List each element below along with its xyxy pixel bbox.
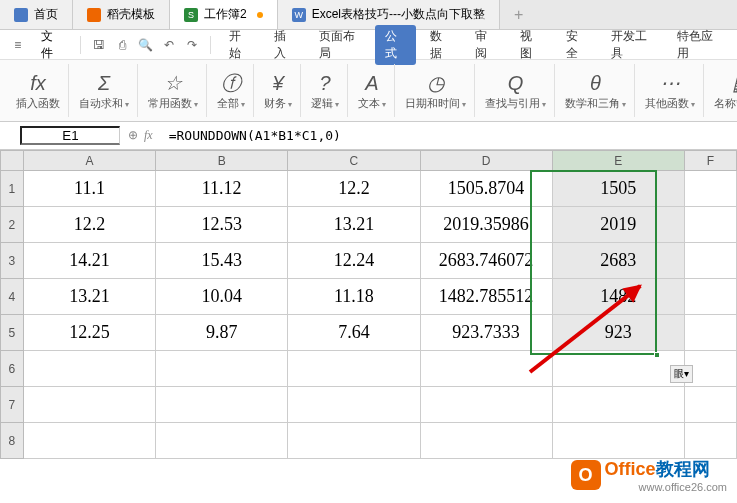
autofill-options-button[interactable]: 眼▾: [670, 365, 693, 383]
col-header-a[interactable]: A: [23, 151, 155, 171]
ribbon-logic[interactable]: ?逻辑▾: [303, 64, 348, 117]
cell[interactable]: 2019: [552, 207, 684, 243]
cell[interactable]: [684, 279, 736, 315]
cell[interactable]: [288, 423, 420, 459]
menu-insert[interactable]: 插入: [264, 28, 305, 62]
cell[interactable]: [684, 423, 736, 459]
menu-formula[interactable]: 公式: [375, 25, 416, 65]
fx-icon[interactable]: fx: [144, 128, 153, 143]
row-header[interactable]: 3: [1, 243, 24, 279]
cell[interactable]: 7.64: [288, 315, 420, 351]
col-header-b[interactable]: B: [156, 151, 288, 171]
add-tab-button[interactable]: +: [500, 0, 537, 29]
ribbon-autosum[interactable]: Σ自动求和▾: [71, 64, 138, 117]
ribbon-name-manager[interactable]: ▦名称管理器: [706, 64, 737, 117]
cell[interactable]: [684, 315, 736, 351]
cell[interactable]: 1482: [552, 279, 684, 315]
menu-start[interactable]: 开始: [219, 28, 260, 62]
row-header[interactable]: 5: [1, 315, 24, 351]
menu-data[interactable]: 数据: [420, 28, 461, 62]
preview-icon[interactable]: 🔍: [136, 34, 155, 56]
row-header[interactable]: 7: [1, 387, 24, 423]
cell[interactable]: 2683: [552, 243, 684, 279]
redo-icon[interactable]: ↷: [183, 34, 202, 56]
menu-review[interactable]: 审阅: [465, 28, 506, 62]
formula-input[interactable]: =ROUNDDOWN(A1*B1*C1,0): [161, 128, 737, 143]
fill-handle[interactable]: [654, 352, 660, 358]
tab-workbook[interactable]: S 工作簿2: [170, 0, 278, 29]
menu-icon[interactable]: ≡: [8, 34, 27, 56]
ribbon-lookup[interactable]: Q查找与引用▾: [477, 64, 555, 117]
cell[interactable]: [23, 387, 155, 423]
print-icon[interactable]: ⎙: [113, 34, 132, 56]
cell[interactable]: 1505: [552, 171, 684, 207]
cell[interactable]: 9.87: [156, 315, 288, 351]
menu-view[interactable]: 视图: [510, 28, 551, 62]
cell[interactable]: 12.24: [288, 243, 420, 279]
cell[interactable]: 15.43: [156, 243, 288, 279]
cell[interactable]: [684, 243, 736, 279]
col-header-e[interactable]: E: [552, 151, 684, 171]
ribbon-datetime[interactable]: ◷日期和时间▾: [397, 64, 475, 117]
col-header-d[interactable]: D: [420, 151, 552, 171]
cell[interactable]: 12.53: [156, 207, 288, 243]
file-menu[interactable]: 文件: [31, 28, 72, 62]
cell[interactable]: [684, 171, 736, 207]
cell[interactable]: [156, 387, 288, 423]
cell[interactable]: 12.2: [23, 207, 155, 243]
ribbon-all[interactable]: ⓕ全部▾: [209, 64, 254, 117]
cell[interactable]: [420, 387, 552, 423]
save-icon[interactable]: 🖫: [89, 34, 108, 56]
ribbon-text[interactable]: A文本▾: [350, 64, 395, 117]
undo-icon[interactable]: ↶: [159, 34, 178, 56]
ribbon-other[interactable]: ⋯其他函数▾: [637, 64, 704, 117]
cell[interactable]: [684, 387, 736, 423]
select-all-corner[interactable]: [1, 151, 24, 171]
cell[interactable]: [23, 351, 155, 387]
cell[interactable]: 2019.35986: [420, 207, 552, 243]
tab-template[interactable]: 稻壳模板: [73, 0, 170, 29]
cell[interactable]: 14.21: [23, 243, 155, 279]
cell[interactable]: [156, 351, 288, 387]
cell[interactable]: 2683.746072: [420, 243, 552, 279]
cell[interactable]: [420, 423, 552, 459]
cell[interactable]: [684, 207, 736, 243]
cell[interactable]: 12.2: [288, 171, 420, 207]
cell[interactable]: 13.21: [23, 279, 155, 315]
cell[interactable]: 11.18: [288, 279, 420, 315]
cell[interactable]: [552, 423, 684, 459]
menu-layout[interactable]: 页面布局: [309, 28, 371, 62]
name-box[interactable]: [20, 126, 120, 145]
row-header[interactable]: 8: [1, 423, 24, 459]
cell[interactable]: 923.7333: [420, 315, 552, 351]
cell[interactable]: 11.1: [23, 171, 155, 207]
row-header[interactable]: 2: [1, 207, 24, 243]
menu-devtools[interactable]: 开发工具: [601, 28, 663, 62]
cell[interactable]: 11.12: [156, 171, 288, 207]
menu-special[interactable]: 特色应用: [667, 28, 729, 62]
ribbon-insert-function[interactable]: fx插入函数: [8, 64, 69, 117]
col-header-c[interactable]: C: [288, 151, 420, 171]
cell[interactable]: 13.21: [288, 207, 420, 243]
cell[interactable]: [288, 387, 420, 423]
cell[interactable]: 1505.8704: [420, 171, 552, 207]
menu-security[interactable]: 安全: [556, 28, 597, 62]
ribbon-finance[interactable]: ¥财务▾: [256, 64, 301, 117]
row-header[interactable]: 1: [1, 171, 24, 207]
ribbon-math[interactable]: θ数学和三角▾: [557, 64, 635, 117]
cell[interactable]: 923: [552, 315, 684, 351]
cell[interactable]: [156, 423, 288, 459]
cell[interactable]: [288, 351, 420, 387]
tab-home[interactable]: 首页: [0, 0, 73, 29]
zoom-icon[interactable]: ⊕: [128, 128, 138, 143]
cell[interactable]: [552, 351, 684, 387]
cell[interactable]: 1482.785512: [420, 279, 552, 315]
row-header[interactable]: 4: [1, 279, 24, 315]
cell[interactable]: [552, 387, 684, 423]
cell[interactable]: 12.25: [23, 315, 155, 351]
row-header[interactable]: 6: [1, 351, 24, 387]
cell[interactable]: 10.04: [156, 279, 288, 315]
cell[interactable]: [23, 423, 155, 459]
col-header-f[interactable]: F: [684, 151, 736, 171]
ribbon-common[interactable]: ☆常用函数▾: [140, 64, 207, 117]
